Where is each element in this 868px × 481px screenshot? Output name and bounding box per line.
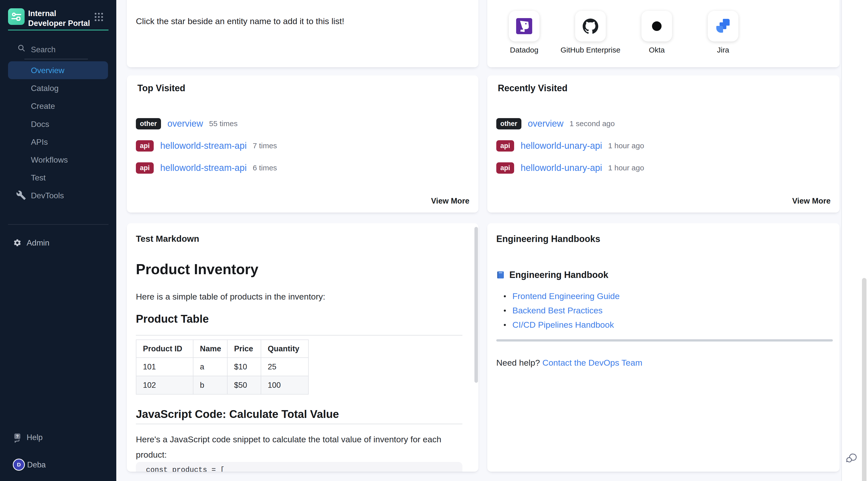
entity-link[interactable]: helloworld-unary-api <box>521 141 602 151</box>
table-cell: a <box>193 358 227 376</box>
top-visited-title: Top Visited <box>137 83 185 93</box>
visited-row: api helloworld-unary-api 1 hour ago <box>496 139 644 153</box>
sidebar-item-admin[interactable]: Admin <box>27 238 50 247</box>
page-scrollbar-thumb[interactable] <box>862 278 867 481</box>
table-header: Quantity <box>261 340 308 358</box>
tool-label-jira: Jira <box>717 46 729 54</box>
kind-badge: other <box>496 118 521 129</box>
visited-row: api helloworld-stream-api 7 times <box>136 139 277 153</box>
visit-time: 1 second ago <box>569 119 615 128</box>
sidebar-item-overview[interactable]: Overview <box>31 65 64 76</box>
handbook-link-backend[interactable]: Backend Best Practices <box>513 306 602 315</box>
markdown-card-title: Test Markdown <box>136 234 199 244</box>
entity-link[interactable]: overview <box>167 118 203 129</box>
sidebar-accent-divider <box>8 30 108 30</box>
list-item: CI/CD Pipelines Handbook <box>504 318 620 332</box>
app-logo-icon[interactable] <box>8 8 25 25</box>
toolkit-card: Datadog GitHub Enterprise Okta Jira <box>487 0 840 67</box>
table-header: Product ID <box>136 340 193 358</box>
sidebar-item-docs[interactable]: Docs <box>31 119 49 129</box>
sidebar-item-catalog[interactable]: Catalog <box>31 83 59 93</box>
list-item: Frontend Engineering Guide <box>504 289 620 303</box>
kind-badge: other <box>136 118 161 129</box>
top-visited-card: Top Visited other overview 55 times api … <box>127 76 478 213</box>
avatar-initial: D <box>17 462 21 468</box>
chat-icon[interactable] <box>846 452 858 464</box>
sidebar-item-test[interactable]: Test <box>31 173 46 183</box>
tool-tile-github[interactable] <box>575 11 606 41</box>
entity-link[interactable]: helloworld-unary-api <box>521 162 602 173</box>
sidebar: Internal Developer Portal Search Overvie… <box>0 0 116 481</box>
table-cell: 100 <box>261 376 308 394</box>
handbook-link-cicd[interactable]: CI/CD Pipelines Handbook <box>513 320 614 330</box>
tool-tile-jira[interactable] <box>708 11 738 41</box>
book-icon <box>496 270 505 279</box>
visited-row: other overview 1 second ago <box>496 117 615 131</box>
handbooks-card-title: Engineering Handbooks <box>496 234 600 244</box>
table-cell: $50 <box>227 376 261 394</box>
wrench-icon <box>16 190 26 200</box>
search-input[interactable]: Search <box>31 45 56 54</box>
kind-badge: api <box>136 140 154 152</box>
handbooks-card: Engineering Handbooks Engineering Handbo… <box>487 223 840 472</box>
entity-link[interactable]: helloworld-stream-api <box>160 162 247 173</box>
markdown-h2-table: Product Table <box>136 312 209 325</box>
datadog-icon <box>516 18 532 34</box>
markdown-intro: Here is a simple table of products in th… <box>136 289 325 304</box>
visit-count: 7 times <box>253 142 277 150</box>
avatar[interactable]: D <box>13 459 25 471</box>
sidebar-search[interactable]: Search <box>0 43 116 57</box>
markdown-h1: Product Inventory <box>136 261 258 277</box>
search-underline <box>24 59 88 59</box>
sidebar-item-create[interactable]: Create <box>31 101 55 111</box>
tool-label-okta: Okta <box>649 46 664 54</box>
visited-row: api helloworld-stream-api 6 times <box>136 161 277 175</box>
help-icon: ? <box>13 433 23 443</box>
need-help-text: Need help? Contact the DevOps Team <box>496 358 643 368</box>
view-more-button[interactable]: View More <box>792 197 831 206</box>
search-icon <box>18 44 25 52</box>
code-text: const products = [ <box>136 462 462 472</box>
sidebar-item-devtools[interactable]: DevTools <box>31 190 64 201</box>
sidebar-item-workflows[interactable]: Workflows <box>31 155 68 165</box>
markdown-code-intro: Here's a JavaScript code snippet to calc… <box>136 432 457 462</box>
kind-badge: api <box>496 140 514 152</box>
contact-devops-link[interactable]: Contact the DevOps Team <box>542 358 642 367</box>
user-name[interactable]: Deba <box>27 460 46 470</box>
table-header: Price <box>227 340 261 358</box>
apps-grid-icon[interactable] <box>95 13 103 21</box>
recently-visited-title: Recently Visited <box>498 83 567 93</box>
table-row: 102 b $50 100 <box>136 376 308 394</box>
entity-link[interactable]: overview <box>528 118 564 129</box>
bullet <box>504 295 506 297</box>
table-row: 101 a $10 25 <box>136 358 308 376</box>
need-help-prefix: Need help? <box>496 358 540 367</box>
view-more-button[interactable]: View More <box>431 197 469 206</box>
table-header: Name <box>193 340 227 358</box>
visit-time: 1 hour ago <box>608 163 644 172</box>
recently-visited-card: Recently Visited other overview 1 second… <box>487 76 840 213</box>
handbook-links-list: Frontend Engineering Guide Backend Best … <box>504 289 620 332</box>
handbook-section-title: Engineering Handbook <box>509 270 608 280</box>
tool-tile-datadog[interactable] <box>509 11 539 41</box>
tool-label-datadog: Datadog <box>510 46 538 54</box>
list-item: Backend Best Practices <box>504 303 620 318</box>
sidebar-item-help[interactable]: Help <box>27 433 43 442</box>
sidebar-divider <box>8 224 108 225</box>
sidebar-item-apis[interactable]: APIs <box>31 137 48 147</box>
table-cell: 102 <box>136 376 193 394</box>
markdown-rule <box>136 424 462 424</box>
entity-link[interactable]: helloworld-stream-api <box>160 141 247 151</box>
jira-icon <box>715 18 731 34</box>
visit-count: 55 times <box>209 119 238 128</box>
visited-row: other overview 55 times <box>136 117 238 131</box>
markdown-h2-code: JavaScript Code: Calculate Total Value <box>136 408 339 420</box>
card-scrollbar-thumb[interactable] <box>474 227 478 383</box>
tool-tile-okta[interactable] <box>642 11 672 41</box>
bullet <box>504 310 506 311</box>
handbook-link-frontend[interactable]: Frontend Engineering Guide <box>513 291 620 301</box>
kind-badge: api <box>136 162 154 174</box>
github-icon <box>583 18 598 34</box>
gear-icon <box>13 239 22 247</box>
bullet <box>504 324 506 326</box>
